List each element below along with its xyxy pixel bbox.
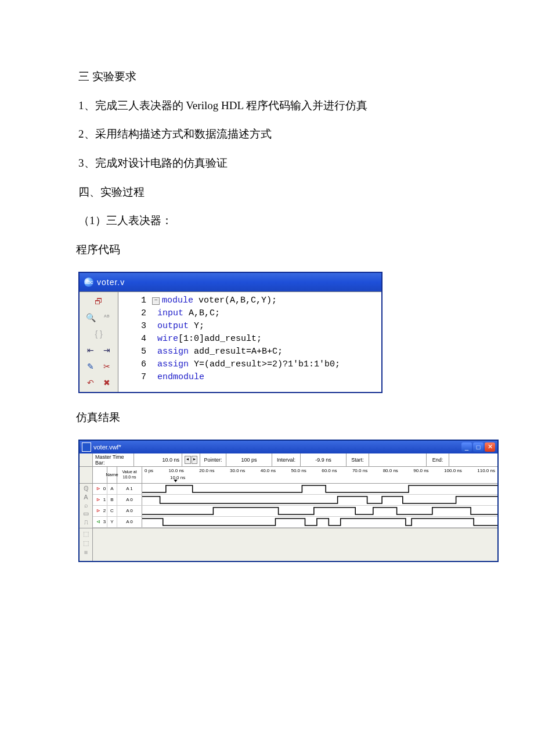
input-pin-icon: ⊳ <box>94 485 103 492</box>
name-header: Name <box>107 467 117 483</box>
minimize-button[interactable]: _ <box>461 442 472 452</box>
signal-name: Y <box>107 517 117 527</box>
sim-label: 仿真结果 <box>76 405 482 430</box>
collapse-icon[interactable]: − <box>152 297 160 305</box>
requirement-2: 2、采用结构描述方式和数据流描述方式 <box>78 121 482 147</box>
interval-value: -9.9 ns <box>301 453 347 466</box>
input-pin-icon: ⊳ <box>94 507 103 514</box>
signal-row-a: ⊳0 A A 1 <box>93 484 497 495</box>
requirement-1: 1、完成三人表决器的 Verilog HDL 程序代码输入并进行仿真 <box>78 93 482 118</box>
end-label: End: <box>427 453 449 466</box>
waveform-a[interactable] <box>142 484 497 494</box>
tool-icon[interactable]: ≡ <box>84 549 88 556</box>
line-gutter: 1 2 3 4 5 6 7 <box>118 294 152 390</box>
file-icon: abc <box>84 278 93 287</box>
sim-titlebar: voter.vwf* _ □ ✕ <box>80 441 497 453</box>
signal-value: A 0 <box>117 517 142 527</box>
code-text: −module voter(A,B,C,Y); input A,B,C; out… <box>152 294 345 390</box>
input-pin-icon: ⊳ <box>94 496 103 503</box>
code-editor-window: abc voter.v 🗗 🔍 ᴬᴮ { } ⇤ ⇥ ✎ ✂ <box>78 272 383 393</box>
editor-toolbar: 🗗 🔍 ᴬᴮ { } ⇤ ⇥ ✎ ✂ ↶ ✖ <box>80 292 118 392</box>
output-pin-icon: ⊲ <box>94 519 103 525</box>
sim-header-row: Name Value at 10.0 ns 0 ps 10.0 ns 20.0 … <box>80 467 497 484</box>
process-item-1: （1）三人表决器： <box>78 208 482 233</box>
signal-row-c: ⊳2 C A 0 <box>93 506 497 517</box>
outdent-icon[interactable]: ⇥ <box>100 344 113 356</box>
indent-icon[interactable]: ⇤ <box>84 344 97 356</box>
tool-icon[interactable]: 🗗 <box>92 296 105 307</box>
sim-bottom-toolbar: ⬚ ⬚ ≡ <box>80 528 497 561</box>
simulation-window: voter.vwf* _ □ ✕ Master Time Bar: 10.0 n… <box>78 440 499 562</box>
waveform-b[interactable] <box>142 495 497 505</box>
tool-icon[interactable]: ⬚ <box>83 539 89 547</box>
interval-label: Interval: <box>272 453 301 466</box>
redo-icon[interactable]: ✖ <box>100 377 113 388</box>
time-ruler: 0 ps 10.0 ns 20.0 ns 30.0 ns 40.0 ns 50.… <box>142 467 497 483</box>
signal-row-y: ⊲3 Y A 0 <box>93 517 497 528</box>
code-label: 程序代码 <box>76 237 482 262</box>
close-button[interactable]: ✕ <box>485 442 495 452</box>
signal-name: C <box>107 506 117 516</box>
heading-process: 四、实验过程 <box>78 179 482 205</box>
waveform-file-icon <box>82 442 91 452</box>
replace-icon[interactable]: ᴬᴮ <box>100 312 113 323</box>
sim-toolbar-row: Master Time Bar: 10.0 ns ◂▸ Pointer: 100… <box>80 453 497 467</box>
code-window-title: voter.v <box>97 278 125 287</box>
tool-zoom-icon[interactable]: ⌕ <box>84 502 88 509</box>
find-icon[interactable]: 🔍 <box>84 312 97 323</box>
code-area[interactable]: 1 2 3 4 5 6 7 −module voter(A,B,C,Y); in… <box>118 292 381 392</box>
tool-icon[interactable]: ⬚ <box>83 530 89 538</box>
waveform-y[interactable] <box>142 517 497 527</box>
tool-cursor-icon[interactable]: ℚ <box>84 485 89 492</box>
requirement-3: 3、完成对设计电路的仿真验证 <box>78 150 482 176</box>
waveform-c[interactable] <box>142 506 497 516</box>
pointer-label: Pointer: <box>200 453 226 466</box>
bracket-icon[interactable]: { } <box>92 328 105 340</box>
signal-name: A <box>107 484 117 494</box>
step-buttons[interactable]: ◂▸ <box>182 453 200 466</box>
sim-window-title: voter.vwf* <box>93 444 121 451</box>
signal-value: A 0 <box>117 495 142 505</box>
undo-icon[interactable]: ↶ <box>84 377 97 388</box>
signal-row-b: ⊳1 B A 0 <box>93 495 497 506</box>
start-label: Start: <box>347 453 369 466</box>
master-timebar-label: Master Time Bar: <box>93 453 134 466</box>
signal-value: A 0 <box>117 506 142 516</box>
tool-rect-icon[interactable]: ▭ <box>83 510 89 517</box>
pointer-value: 100 ps <box>226 453 272 466</box>
signal-name: B <box>107 495 117 505</box>
master-timebar-value: 10.0 ns <box>134 453 182 466</box>
tool-wave-icon[interactable]: ⎍ <box>84 519 88 525</box>
code-titlebar: abc voter.v <box>80 273 381 291</box>
edit-icon[interactable]: ✎ <box>84 361 97 372</box>
cut-icon[interactable]: ✂ <box>100 361 113 372</box>
tool-text-icon[interactable]: A <box>84 494 88 501</box>
heading-requirements: 三 实验要求 <box>78 64 482 89</box>
value-header: Value at 10.0 ns <box>117 467 142 483</box>
signal-value: A 1 <box>117 484 142 494</box>
maximize-button[interactable]: □ <box>473 442 484 452</box>
